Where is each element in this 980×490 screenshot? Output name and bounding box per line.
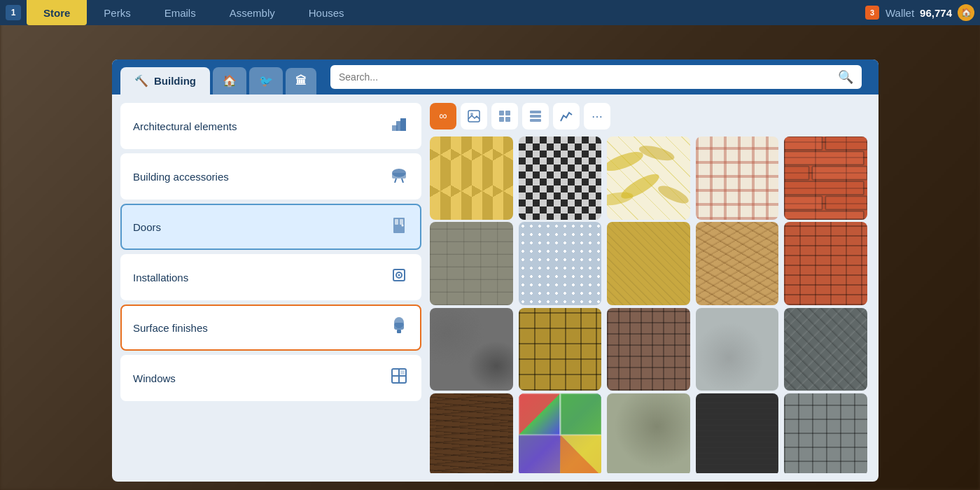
topbar-nav: Store Perks Emails Assembly Houses [27, 0, 865, 25]
filter-bar: ∞ [430, 103, 870, 130]
texture-item[interactable] [696, 393, 779, 473]
svg-rect-43 [784, 211, 864, 220]
wallet-area: Wallet 96,774 🏠 [886, 4, 974, 21]
svg-rect-39 [813, 167, 867, 180]
tab-bird[interactable]: 🐦 [249, 67, 283, 94]
modal-body: Architectural elements Building accessor… [112, 94, 878, 482]
texture-item[interactable] [519, 393, 602, 473]
main-modal: 🔨 Building 🏠 🐦 🏛 🔍 Architectural element… [112, 59, 878, 482]
svg-rect-16 [397, 330, 401, 333]
sidebar-item-architectural-elements[interactable]: Architectural elements [120, 103, 421, 149]
svg-line-6 [402, 178, 403, 183]
svg-rect-15 [394, 323, 404, 330]
svg-rect-29 [530, 119, 541, 122]
texture-item[interactable] [784, 222, 867, 305]
texture-item[interactable] [607, 136, 690, 220]
texture-item[interactable] [607, 308, 690, 391]
texture-item[interactable] [519, 222, 602, 305]
sidebar-item-building-accessories[interactable]: Building accessories [120, 153, 421, 200]
wallet-amount: 96,774 [920, 7, 952, 19]
texture-item[interactable] [430, 393, 513, 473]
svg-rect-38 [784, 167, 809, 180]
svg-rect-26 [505, 117, 510, 122]
texture-item[interactable] [784, 136, 867, 220]
tab-building[interactable]: 🔨 Building [120, 67, 210, 94]
nav-item-assembly[interactable]: Assembly [213, 0, 292, 25]
svg-marker-46 [519, 435, 560, 473]
texture-item[interactable] [430, 308, 513, 391]
windows-icon [389, 366, 409, 390]
filter-list-button[interactable] [522, 103, 549, 130]
svg-rect-20 [400, 370, 405, 374]
svg-marker-45 [560, 393, 601, 435]
texture-item[interactable] [696, 308, 779, 391]
bird-icon: 🐦 [259, 74, 273, 88]
texture-grid [430, 136, 870, 473]
svg-point-30 [607, 148, 645, 175]
search-icon: 🔍 [838, 69, 853, 85]
wallet-label: Wallet [886, 7, 914, 19]
texture-item[interactable] [430, 222, 513, 305]
svg-line-5 [395, 178, 396, 183]
svg-point-10 [402, 225, 404, 227]
tab-building-label: Building [154, 75, 196, 87]
svg-rect-27 [530, 111, 541, 113]
svg-rect-21 [468, 111, 479, 122]
svg-rect-35 [784, 136, 822, 150]
filter-chart-button[interactable] [553, 103, 580, 130]
topbar: 1 Store Perks Emails Assembly Houses 3 W… [0, 0, 980, 25]
svg-rect-28 [530, 115, 541, 118]
tab-house[interactable]: 🏠 [213, 67, 246, 94]
svg-rect-24 [505, 111, 510, 115]
texture-item[interactable] [519, 308, 602, 391]
svg-point-31 [638, 143, 676, 164]
doors-icon [389, 215, 409, 239]
filter-more-button[interactable]: ⋯ [584, 103, 610, 130]
installations-label: Installations [133, 272, 188, 284]
svg-rect-25 [499, 117, 504, 122]
search-input[interactable] [339, 71, 832, 83]
texture-item[interactable] [430, 136, 513, 220]
sidebar-item-installations[interactable]: Installations [120, 254, 421, 300]
svg-rect-2 [400, 118, 406, 131]
svg-rect-4 [392, 173, 406, 178]
texture-item[interactable] [696, 222, 779, 305]
architectural-elements-icon [389, 114, 409, 138]
texture-item[interactable] [519, 136, 602, 220]
building-accessories-label: Building accessories [133, 171, 229, 183]
nav-item-houses[interactable]: Houses [292, 0, 361, 25]
nav-item-emails[interactable]: Emails [148, 0, 213, 25]
sidebar-item-windows[interactable]: Windows [120, 355, 421, 401]
surface-finishes-icon [389, 316, 409, 340]
surface-finishes-label: Surface finishes [133, 322, 208, 334]
topbar-badge-left: 1 [6, 5, 21, 20]
topbar-badge-right: 3 [865, 6, 879, 20]
texture-item[interactable] [784, 308, 867, 391]
category-sidebar: Architectural elements Building accessor… [120, 103, 421, 473]
modal-header: 🔨 Building 🏠 🐦 🏛 🔍 [112, 59, 878, 94]
installations-icon [389, 265, 409, 289]
content-area: ∞ [430, 103, 870, 473]
sidebar-item-surface-finishes[interactable]: Surface finishes [120, 304, 421, 351]
filter-grid-button[interactable] [491, 103, 518, 130]
tab-columns[interactable]: 🏛 [286, 68, 316, 94]
texture-item[interactable] [607, 222, 690, 305]
search-bar[interactable]: 🔍 [330, 65, 862, 89]
nav-item-perks[interactable]: Perks [87, 0, 147, 25]
svg-rect-23 [499, 111, 504, 115]
filter-all-button[interactable]: ∞ [430, 103, 456, 130]
doors-label: Doors [133, 221, 161, 233]
windows-label: Windows [133, 372, 176, 384]
svg-rect-41 [784, 196, 822, 209]
svg-rect-37 [784, 151, 864, 164]
sidebar-item-doors[interactable]: Doors [120, 204, 421, 250]
nav-item-store[interactable]: Store [27, 0, 87, 25]
filter-image-button[interactable] [461, 103, 487, 130]
texture-item[interactable] [784, 393, 867, 473]
svg-marker-44 [519, 393, 560, 435]
texture-item[interactable] [607, 393, 690, 473]
columns-icon: 🏛 [295, 75, 307, 88]
house-icon: 🏠 [223, 74, 237, 88]
svg-rect-42 [826, 196, 867, 209]
texture-item[interactable] [696, 136, 779, 220]
